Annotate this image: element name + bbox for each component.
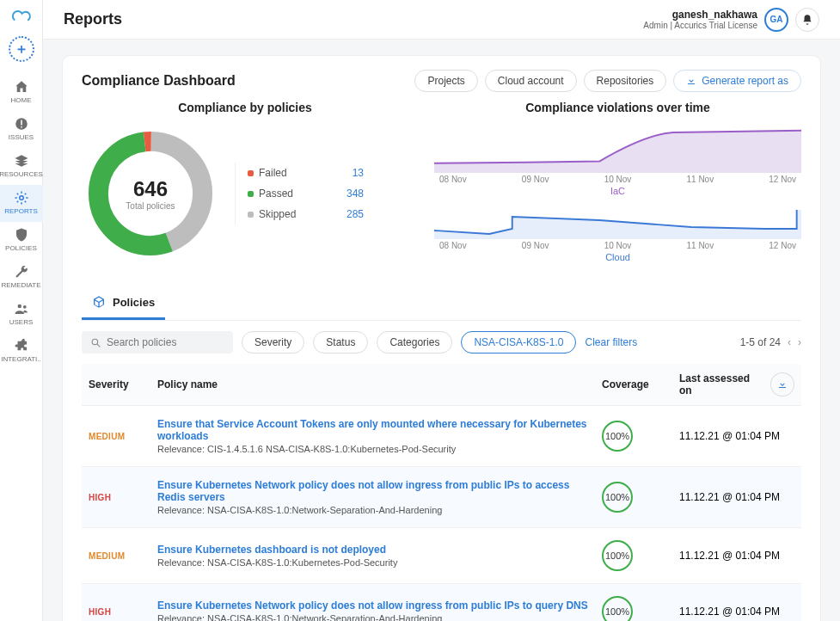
donut-total: 646: [133, 177, 168, 201]
policy-name-link[interactable]: Ensure that Service Account Tokens are o…: [157, 418, 588, 442]
repositories-button[interactable]: Repositories: [584, 70, 667, 92]
nav-home[interactable]: HOME: [0, 74, 43, 111]
violations-title: Compliance violations over time: [434, 101, 801, 114]
search-placeholder: Search policies: [107, 336, 176, 348]
policy-name-link[interactable]: Ensure Kubernetes Network policy does no…: [157, 479, 588, 503]
filter-active-standard[interactable]: NSA-CISA-K8S-1.0: [461, 331, 576, 354]
nav-users[interactable]: USERS: [0, 296, 43, 333]
bell-icon: [801, 14, 813, 26]
severity-badge: HIGH: [89, 493, 111, 502]
nav-issues[interactable]: ISSUES: [0, 111, 43, 148]
shield-icon: [14, 227, 29, 243]
donut-legend: Failed13 Passed348 Skipped285: [235, 163, 364, 224]
tab-policies[interactable]: Policies: [82, 288, 165, 320]
svg-point-5: [22, 305, 26, 309]
wrench-icon: [14, 264, 29, 280]
cube-icon: [92, 295, 106, 309]
legend-skipped: Skipped285: [248, 204, 364, 224]
user-name: ganesh_nakhawa: [672, 9, 757, 21]
policy-relevance: Relevance: NSA-CISA-K8S-1.0:Kubernetes-P…: [157, 557, 588, 568]
col-coverage: Coverage: [595, 364, 672, 406]
home-icon: [14, 79, 29, 95]
coverage-badge: 100%: [602, 482, 633, 513]
clear-filters-link[interactable]: Clear filters: [585, 336, 637, 348]
donut-chart: 646 Total policies: [82, 125, 219, 262]
filter-severity[interactable]: Severity: [242, 331, 304, 354]
svg-line-8: [97, 344, 100, 347]
svg-point-3: [19, 196, 23, 200]
compliance-by-policies-card: Compliance by policies: [82, 101, 408, 271]
cloud-account-button[interactable]: Cloud account: [485, 70, 577, 92]
layers-icon: [14, 153, 29, 169]
cloud-label: Cloud: [434, 252, 801, 262]
severity-badge: HIGH: [89, 607, 111, 617]
col-assessed: Last assessed on: [672, 364, 801, 406]
pager: 1-5 of 24 ‹ ›: [740, 336, 801, 348]
filter-categories[interactable]: Categories: [377, 331, 452, 354]
nav-integrations[interactable]: INTEGRATI..: [0, 333, 43, 370]
coverage-badge: 100%: [602, 596, 633, 621]
generate-report-button[interactable]: Generate report as: [673, 70, 801, 92]
filter-row: Search policies Severity Status Categori…: [82, 321, 801, 364]
severity-badge: MEDIUM: [89, 551, 125, 561]
page-title: Reports: [64, 10, 122, 28]
download-icon: [686, 76, 696, 86]
nav-reports[interactable]: REPORTS: [0, 185, 43, 222]
notifications-button[interactable]: [795, 8, 819, 32]
policy-relevance: Relevance: CIS-1.4.5.1.6 NSA-CISA-K8S-1.…: [157, 444, 588, 454]
violations-over-time-card: Compliance violations over time 08 Nov09…: [434, 101, 801, 271]
brand-logo-icon: [10, 7, 33, 26]
user-info: ganesh_nakhawa Admin | Accurics Trial Li…: [643, 9, 757, 30]
policy-relevance: Relevance: NSA-CISA-K8S-1.0:Network-Sepa…: [157, 613, 588, 621]
download-column-button[interactable]: [770, 372, 794, 397]
table-row: MEDIUMEnsure that Service Account Tokens…: [82, 406, 801, 467]
add-button[interactable]: ＋: [9, 36, 34, 62]
policy-name-link[interactable]: Ensure Kubernetes Network policy does no…: [157, 599, 588, 612]
nav-policies[interactable]: POLICIES: [0, 222, 43, 259]
assessed-cell: 11.12.21 @ 01:04 PM: [672, 467, 801, 528]
legend-passed: Passed348: [248, 183, 364, 204]
policy-relevance: Relevance: NSA-CISA-K8S-1.0:Network-Sepa…: [157, 505, 588, 515]
coverage-badge: 100%: [602, 421, 633, 452]
user-avatar[interactable]: GA: [764, 8, 788, 32]
filter-status[interactable]: Status: [313, 331, 368, 354]
top-bar: Reports ganesh_nakhawa Admin | Accurics …: [43, 0, 840, 40]
pager-next[interactable]: ›: [798, 336, 801, 348]
left-nav-rail: ＋ HOME ISSUES RESOURCES REPORTS POLICIES…: [0, 0, 43, 621]
policies-table: Severity Policy name Coverage Last asses…: [82, 364, 801, 621]
table-row: HIGHEnsure Kubernetes Network policy doe…: [82, 467, 801, 528]
severity-badge: MEDIUM: [89, 432, 125, 441]
assessed-cell: 11.12.21 @ 01:04 PM: [672, 528, 801, 584]
table-row: HIGHEnsure Kubernetes Network policy doe…: [82, 584, 801, 622]
svg-rect-2: [21, 126, 22, 128]
pager-prev[interactable]: ‹: [788, 336, 791, 348]
dashboard-panel: Compliance Dashboard Projects Cloud acco…: [62, 55, 821, 621]
search-input[interactable]: Search policies: [82, 331, 233, 354]
iac-spark-chart: [434, 125, 801, 173]
main-area: Reports ganesh_nakhawa Admin | Accurics …: [43, 0, 840, 621]
iac-label: IaC: [434, 186, 801, 196]
coverage-badge: 100%: [602, 540, 633, 571]
svg-point-4: [17, 304, 21, 309]
dashboard-title: Compliance Dashboard: [82, 73, 236, 89]
download-icon: [777, 379, 788, 390]
content-scroll: Compliance Dashboard Projects Cloud acco…: [43, 40, 840, 621]
alert-icon: [14, 116, 29, 132]
svg-point-7: [92, 339, 98, 345]
table-row: MEDIUMEnsure Kubernetes dashboard is not…: [82, 528, 801, 584]
assessed-cell: 11.12.21 @ 01:04 PM: [672, 406, 801, 467]
policy-name-link[interactable]: Ensure Kubernetes dashboard is not deplo…: [157, 544, 588, 556]
nav-remediate[interactable]: REMEDIATE: [0, 259, 43, 296]
puzzle-icon: [14, 338, 29, 354]
pager-text: 1-5 of 24: [740, 336, 781, 348]
search-icon: [90, 337, 101, 348]
donut-total-label: Total policies: [126, 201, 175, 211]
projects-button[interactable]: Projects: [414, 70, 477, 92]
svg-rect-1: [21, 120, 22, 126]
col-severity: Severity: [82, 364, 150, 406]
iac-xaxis: 08 Nov09 Nov10 Nov11 Nov12 Nov: [434, 175, 801, 184]
legend-failed: Failed13: [248, 163, 364, 183]
col-name: Policy name: [150, 364, 595, 406]
nav-resources[interactable]: RESOURCES: [0, 148, 43, 185]
cloud-xaxis: 08 Nov09 Nov10 Nov11 Nov12 Nov: [434, 241, 801, 250]
